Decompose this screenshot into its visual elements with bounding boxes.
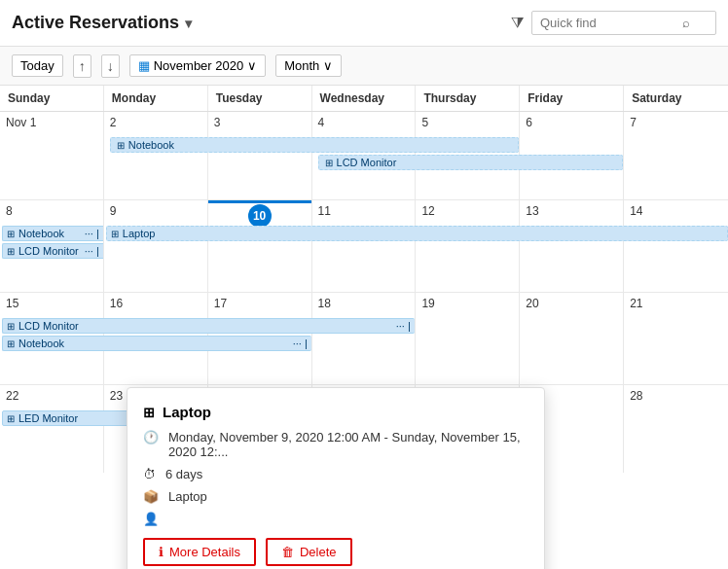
toolbar: Today ↑ ↓ ▦ November 2020 ∨ Month ∨: [0, 47, 728, 86]
day-header-monday: Monday: [104, 86, 208, 111]
laptop-icon: ⊞: [111, 229, 119, 239]
event-lcd-w2[interactable]: ⊞ LCD Monitor ··· |: [2, 243, 103, 259]
trash-icon: 🗑: [281, 545, 294, 559]
popup-date-text: Monday, November 9, 2020 12:00 AM - Sund…: [168, 430, 528, 459]
day-num: 18: [318, 297, 410, 310]
day-header-friday: Friday: [520, 86, 624, 111]
calendar-week-3: 15 ⊞ LCD Monitor ··· | ⊞ Notebook ··· | …: [0, 293, 728, 385]
header-right: ⧩ ⌕: [511, 11, 716, 35]
cell-nov19: 19: [416, 293, 520, 384]
calendar-container: Sunday Monday Tuesday Wednesday Thursday…: [0, 86, 728, 473]
lcd-icon: ⊞: [325, 158, 333, 168]
nav-down-button[interactable]: ↓: [101, 54, 120, 78]
popup-title-text: Laptop: [163, 404, 211, 420]
nav-up-button[interactable]: ↑: [73, 54, 91, 78]
cell-nov15: 15 ⊞ LCD Monitor ··· | ⊞ Notebook ··· | …: [0, 293, 104, 384]
app-title: Active Reservations ▾: [12, 13, 192, 33]
popup-box-icon: 📦: [143, 489, 159, 504]
day-num: 12: [421, 204, 513, 218]
popup-item-row: 📦 Laptop: [143, 489, 528, 504]
today-label: Today: [20, 58, 55, 73]
lcd-end: ··· |: [85, 245, 99, 257]
day-num: 8: [6, 204, 97, 218]
cell-nov10: 10: [208, 200, 312, 292]
day-header-sunday: Sunday: [0, 86, 104, 111]
cell-nov20: 20: [520, 293, 624, 384]
day-num: 7: [630, 116, 722, 129]
event-laptop-w2[interactable]: ⊞ Laptop: [106, 226, 728, 241]
today-button[interactable]: Today: [12, 54, 63, 77]
cell-nov22: 22 ⊞ LED Monitor ··· |: [0, 385, 104, 473]
cell-nov28: 28: [624, 385, 728, 473]
nb-icon3: ⊞: [7, 338, 15, 349]
calendar-week-1: Nov 1 2 ⊞ Notebook 3 4 ⊞ LCD Monitor: [0, 112, 728, 200]
nb-icon: ⊞: [7, 229, 15, 239]
day-num: 28: [630, 389, 722, 403]
search-box: ⌕: [531, 11, 716, 35]
cell-nov18: 18: [312, 293, 417, 384]
calendar-small-icon: ▦: [138, 58, 150, 73]
cell-nov3: 3: [208, 112, 312, 199]
lcd-icon2: ⊞: [7, 246, 15, 257]
popup-duration-row: ⏱ 6 days: [143, 467, 528, 481]
date-selector[interactable]: ▦ November 2020 ∨: [129, 54, 267, 77]
day-num: 9: [110, 204, 201, 218]
date-value: November 2020: [154, 58, 244, 73]
day-num: Nov 1: [6, 116, 97, 129]
info-icon: ℹ: [159, 545, 164, 559]
today-indicator: 10: [248, 204, 272, 228]
calendar-header: Sunday Monday Tuesday Wednesday Thursday…: [0, 86, 728, 112]
day-num: 5: [421, 116, 513, 129]
view-selector[interactable]: Month ∨: [275, 54, 342, 77]
day-num: 16: [110, 297, 201, 310]
popup-date-row: 🕐 Monday, November 9, 2020 12:00 AM - Su…: [143, 430, 528, 459]
popup-person-icon: 👤: [143, 512, 159, 526]
cell-nov2: 2 ⊞ Notebook: [104, 112, 208, 199]
cell-nov21: 21: [624, 293, 728, 384]
day-num: 20: [526, 297, 617, 310]
event-nb-w3[interactable]: ⊞ Notebook ··· |: [2, 336, 311, 351]
popup-duration-text: 6 days: [165, 467, 202, 481]
view-chevron: ∨: [323, 58, 333, 73]
popup-actions: ℹ More Details 🗑 Delete: [143, 538, 528, 566]
cell-nov12: 12: [416, 200, 520, 292]
search-icon: ⌕: [682, 16, 690, 30]
view-label: Month: [284, 58, 319, 73]
day-num: 15: [6, 297, 97, 310]
day-header-tuesday: Tuesday: [208, 86, 312, 111]
app-header: Active Reservations ▾ ⧩ ⌕: [0, 0, 728, 47]
day-num: 13: [526, 204, 617, 218]
popup-title: ⊞ Laptop: [143, 404, 528, 420]
cell-nov7: 7: [624, 112, 728, 199]
popup-item-icon: ⊞: [143, 405, 155, 420]
day-num: 22: [6, 389, 97, 403]
search-input[interactable]: [540, 16, 676, 30]
delete-button[interactable]: 🗑 Delete: [266, 538, 352, 566]
filter-icon[interactable]: ⧩: [511, 15, 524, 32]
event-lcd-w1[interactable]: ⊞ LCD Monitor: [318, 155, 624, 170]
nb-end: ··· |: [85, 228, 99, 239]
day-num: 14: [630, 204, 722, 218]
day-header-saturday: Saturday: [624, 86, 728, 111]
title-chevron[interactable]: ▾: [185, 16, 192, 31]
cell-nov14: 14 ···: [624, 200, 728, 292]
cell-nov11: 11: [312, 200, 417, 292]
day-num: 17: [214, 297, 306, 310]
cell-nov1: Nov 1: [0, 112, 104, 199]
day-header-wednesday: Wednesday: [312, 86, 417, 111]
popup-clock-icon: 🕐: [143, 430, 159, 445]
led-icon: ⊞: [7, 413, 15, 424]
lcd-icon3: ⊞: [7, 321, 15, 332]
event-popup: ⊞ Laptop 🕐 Monday, November 9, 2020 12:0…: [127, 387, 545, 569]
day-num: 19: [421, 297, 513, 310]
more-details-button[interactable]: ℹ More Details: [143, 538, 256, 566]
event-notebook-w1[interactable]: ⊞ Notebook: [110, 137, 519, 153]
event-lcd-w3[interactable]: ⊞ LCD Monitor ··· |: [2, 318, 415, 334]
cell-nov9: 9 ⊞ Laptop: [104, 200, 208, 292]
popup-person-row: 👤: [143, 512, 528, 526]
day-num: 3: [214, 116, 306, 129]
more-details-label: More Details: [169, 545, 240, 559]
event-notebook-w2[interactable]: ⊞ Notebook ··· |: [2, 226, 103, 241]
cell-nov13: 13 ···: [520, 200, 624, 292]
popup-item-text: Laptop: [168, 489, 207, 504]
